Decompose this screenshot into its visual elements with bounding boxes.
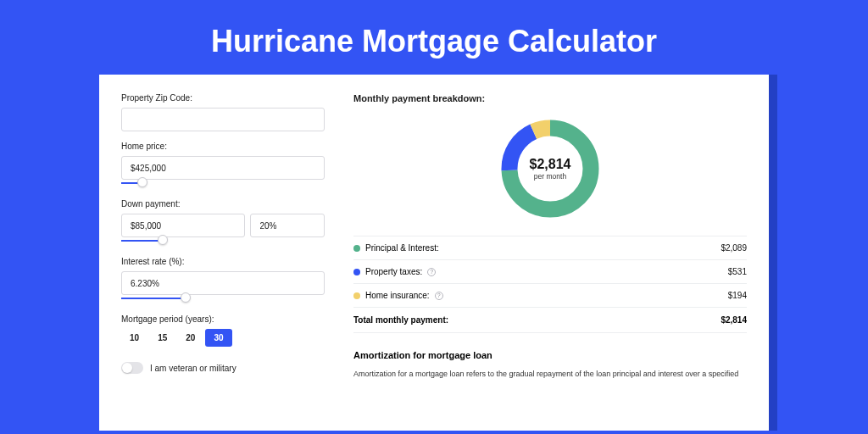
breakdown-title: Monthly payment breakdown: (353, 93, 747, 103)
total-payment-label: Total monthly payment: (353, 315, 448, 325)
down-payment-input[interactable] (121, 214, 245, 237)
amortization-text: Amortization for a mortgage loan refers … (353, 369, 747, 380)
calculator-card: Property Zip Code: Home price: Down paym… (99, 75, 769, 431)
home-price-input[interactable] (121, 156, 325, 180)
total-payment-value: $2,814 (721, 315, 747, 325)
home-price-slider[interactable] (121, 179, 325, 187)
page-title: Hurricane Mortgage Calculator (0, 0, 868, 75)
down-payment-pct-input[interactable] (250, 214, 325, 237)
info-icon[interactable]: ? (435, 292, 443, 300)
breakdown-donut-chart: $2,814 per month (498, 117, 602, 220)
legend-amount: $194 (728, 291, 747, 300)
interest-rate-slider[interactable] (121, 294, 325, 303)
amortization-title: Amortization for mortgage loan (353, 350, 747, 360)
interest-rate-label: Interest rate (%): (121, 257, 325, 266)
legend-label: Principal & Interest: (365, 243, 439, 253)
veteran-toggle[interactable] (121, 362, 143, 374)
home-price-label: Home price: (121, 142, 325, 151)
mortgage-period-label: Mortgage period (years): (121, 314, 325, 324)
legend-row: Principal & Interest:$2,089 (353, 236, 747, 259)
mortgage-period-group: 10152030 (121, 329, 325, 347)
form-panel: Property Zip Code: Home price: Down paym… (121, 93, 325, 412)
interest-rate-input[interactable] (121, 271, 325, 295)
period-btn-30[interactable]: 30 (205, 329, 231, 347)
legend-row: Home insurance:?$194 (353, 283, 747, 307)
legend-label: Home insurance: (365, 291, 430, 300)
donut-center-sublabel: per month (534, 172, 566, 181)
zip-code-input[interactable] (121, 108, 325, 131)
legend-row: Property taxes:?$531 (353, 259, 747, 283)
down-payment-label: Down payment: (121, 199, 325, 209)
legend-amount: $531 (728, 267, 747, 276)
legend-dot-icon (353, 292, 360, 299)
period-btn-10[interactable]: 10 (121, 329, 147, 347)
info-icon[interactable]: ? (427, 268, 436, 276)
zip-code-label: Property Zip Code: (121, 93, 325, 103)
period-btn-15[interactable]: 15 (149, 329, 175, 347)
veteran-toggle-label: I am veteran or military (150, 364, 236, 373)
donut-center-value: $2,814 (530, 157, 571, 172)
breakdown-panel: Monthly payment breakdown: $2,814 per mo… (353, 93, 747, 412)
down-payment-slider[interactable] (121, 236, 325, 245)
legend-label: Property taxes: (365, 267, 422, 276)
legend-amount: $2,089 (721, 243, 747, 253)
legend-dot-icon (353, 269, 360, 275)
period-btn-20[interactable]: 20 (177, 329, 203, 347)
legend-dot-icon (353, 245, 360, 252)
